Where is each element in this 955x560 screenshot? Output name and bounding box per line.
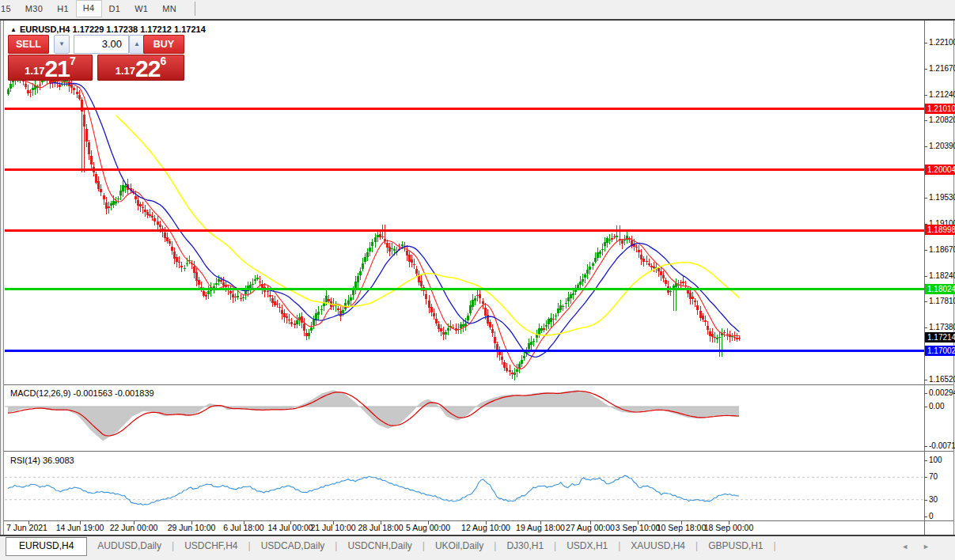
x-axis-line — [4, 520, 953, 521]
price-tick — [924, 327, 927, 328]
macd-label: MACD(12,26,9) -0.001563 -0.001839 — [10, 388, 154, 398]
sell-price-prefix: 1.17 — [25, 63, 44, 79]
price-tick-label: 1.17810 — [929, 297, 955, 305]
level-price-label: 1.21010 — [925, 104, 955, 114]
rsi-plot[interactable] — [5, 452, 924, 520]
macd-axis-label: 0.00 — [929, 402, 944, 411]
price-tick-label: 1.22100 — [929, 38, 955, 47]
time-tick-label: 5 Aug 00:00 — [406, 523, 450, 532]
tab-scroll-left-icon[interactable]: ◄ — [901, 543, 923, 551]
volume-increase-button[interactable]: ▲ — [129, 35, 145, 54]
buy-price-prefix: 1.17 — [116, 63, 135, 79]
symbol-tab-bar: EURUSD,H4AUDUSD,Daily|USDCHF,H4|USDCAD,D… — [0, 536, 955, 560]
window-border-left — [0, 21, 1, 536]
chart-title-text: EURUSD,H4 1.17229 1.17238 1.17212 1.1721… — [20, 25, 206, 34]
volume-input[interactable]: 3.00 — [74, 35, 129, 54]
macd-axis-label: 0.002947 — [929, 388, 955, 397]
pane-separator[interactable] — [4, 451, 953, 452]
tab-usdcad-daily[interactable]: USDCAD,Daily — [251, 537, 335, 554]
mt4-terminal: { "toolbar": { "timeframes": [ {"label":… — [0, 0, 955, 560]
collapse-arrow-icon[interactable]: ▲ — [10, 26, 17, 33]
price-tick — [924, 276, 927, 277]
tab-xauusd-h4[interactable]: XAUUSD,H4 — [620, 537, 695, 554]
price-tick-label: 1.20390 — [929, 142, 955, 150]
chart-title: ▲EURUSD,H4 1.17229 1.17238 1.17212 1.172… — [10, 25, 206, 34]
volume-decrease-button[interactable]: ▼ — [54, 35, 70, 54]
macd-axis-tick — [924, 393, 927, 394]
level-price-label: 1.18998 — [925, 225, 955, 235]
price-tick — [924, 95, 927, 96]
price-tick-label: 1.19530 — [929, 193, 955, 202]
tab-usdx-h1[interactable]: USDX,H1 — [556, 537, 618, 554]
price-tick — [924, 120, 927, 121]
level-price-label: 1.20004 — [925, 165, 955, 175]
current-price-label: 1.17214 — [925, 332, 955, 342]
time-tick-label: 10 Sep 18:00 — [657, 523, 706, 532]
tab-gbpusd-h1[interactable]: GBPUSD,H1 — [698, 537, 773, 554]
level-price-label: 1.17002 — [925, 346, 955, 356]
time-tick-label: 28 Jul 18:00 — [358, 523, 403, 532]
sell-price-point: 7 — [70, 55, 76, 66]
timeframe-w1[interactable]: W1 — [127, 1, 155, 17]
time-tick-label: 14 Jul 00:00 — [267, 523, 313, 532]
price-tick-label: 1.18670 — [929, 245, 955, 254]
time-tick-label: 29 Jun 10:00 — [168, 523, 216, 532]
price-tick-label: 1.18240 — [929, 271, 955, 280]
rsi-axis-tick — [924, 477, 927, 478]
rsi-axis-tick — [924, 500, 927, 501]
tab-scroll-arrows[interactable]: ◄► — [901, 543, 944, 551]
timeframe-mn[interactable]: MN — [155, 1, 184, 17]
level-price-label: 1.18024 — [925, 284, 955, 294]
sell-button[interactable]: SELL — [8, 35, 49, 54]
time-tick-label: 18 Sep 00:00 — [704, 523, 753, 532]
buy-price-pips: 22 — [135, 58, 160, 79]
price-tick — [924, 69, 927, 70]
time-tick-label: 19 Aug 18:00 — [516, 523, 565, 532]
time-tick-label: 22 Jun 00:00 — [110, 523, 158, 532]
time-tick-label: 14 Jun 19:00 — [56, 523, 104, 532]
timeframe-h4[interactable]: H4 — [76, 0, 102, 17]
price-tick — [924, 146, 927, 147]
price-tick — [924, 250, 927, 251]
price-tick — [924, 198, 927, 199]
timeframe-d1[interactable]: D1 — [102, 1, 128, 17]
rsi-axis-label: 0 — [929, 512, 934, 520]
tab-dj30-h1[interactable]: DJ30,H1 — [496, 537, 554, 554]
macd-axis-label: -0.00715 — [929, 441, 955, 450]
tab-scroll-right-icon[interactable]: ► — [923, 543, 944, 551]
rsi-label: RSI(14) 36.9083 — [10, 456, 74, 465]
price-tick-label: 1.21670 — [929, 64, 955, 73]
price-tick-label: 1.21240 — [929, 90, 955, 99]
price-tick-label: 1.20820 — [929, 115, 955, 124]
buy-price-panel[interactable]: 1.17 22 6 — [97, 55, 184, 81]
price-tick — [924, 380, 927, 380]
time-tick-label: 21 Jul 10:00 — [310, 523, 355, 532]
rsi-axis-label: 70 — [929, 472, 938, 481]
buy-button[interactable]: BUY — [143, 35, 184, 54]
timeframe-toolbar: 15M30H1H4D1W1MN — [0, 0, 955, 17]
sell-price-panel[interactable]: 1.17 21 7 — [8, 55, 93, 81]
price-tick-label: 1.16520 — [929, 375, 955, 384]
tab-audusd-daily[interactable]: AUDUSD,Daily — [87, 537, 172, 554]
rsi-axis-label: 30 — [929, 495, 938, 504]
toolbar-separator — [195, 2, 195, 16]
buy-price-point: 6 — [160, 55, 166, 66]
rsi-axis-label: 100 — [929, 456, 942, 464]
time-tick-label: 12 Aug 10:00 — [461, 523, 510, 532]
price-axis-line — [924, 21, 925, 535]
time-tick-label: 6 Jul 18:00 — [223, 523, 263, 532]
time-tick-label: 3 Sep 10:00 — [616, 523, 661, 532]
tab-separator: | — [774, 537, 776, 554]
rsi-axis-tick — [924, 516, 927, 517]
timeframe-m30[interactable]: M30 — [18, 1, 50, 17]
time-tick-label: 27 Aug 00:00 — [566, 523, 615, 532]
rsi-axis-tick — [924, 460, 927, 461]
tab-usdchf-h4[interactable]: USDCHF,H4 — [174, 537, 248, 554]
pane-separator[interactable] — [4, 384, 953, 385]
tab-usdcnh-daily[interactable]: USDCNH,Daily — [337, 537, 422, 554]
tab-eurusd-h4[interactable]: EURUSD,H4 — [6, 537, 87, 556]
timeframe-15[interactable]: 15 — [0, 1, 18, 17]
one-click-trading-widget: SELL ▼ 3.00 ▲ BUY 1.17 21 7 1.17 22 6 — [8, 35, 184, 81]
timeframe-h1[interactable]: H1 — [50, 1, 76, 17]
tab-ukoil-daily[interactable]: UKOil,Daily — [425, 537, 494, 554]
